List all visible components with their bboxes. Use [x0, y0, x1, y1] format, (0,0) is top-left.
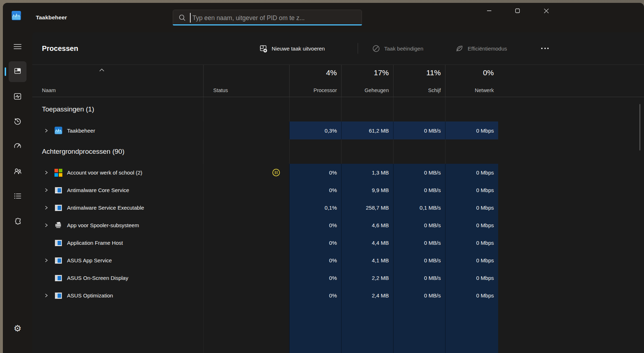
group-label: Toepassingen (1) — [32, 97, 203, 121]
cell-mem: 61,2 MB — [341, 121, 393, 139]
process-row[interactable]: ASUS On-Screen Display0%2,2 MB0 MB/s0 Mb… — [32, 269, 644, 287]
cell-status — [203, 269, 289, 287]
process-name: Taakbeheer — [67, 128, 95, 134]
group-header[interactable]: Achtergrondprocessen (90) — [32, 139, 644, 164]
sort-ascending-icon — [99, 67, 105, 73]
group-cell-status — [203, 139, 289, 164]
cell-disk: 0 MB/s — [393, 234, 445, 252]
cell-net: 0 Mbps — [445, 164, 498, 181]
group-header[interactable]: Toepassingen (1) — [32, 97, 644, 121]
sidebar-item-performance[interactable] — [9, 89, 26, 105]
scrollbar-thumb[interactable] — [639, 104, 641, 151]
cell-name: Antimalware Core Service — [32, 181, 203, 199]
more-options-button[interactable] — [541, 32, 549, 65]
suspended-pause-icon — [272, 169, 280, 176]
cell-cpu: 0% — [289, 164, 341, 181]
column-label-net: Netwerk — [475, 87, 494, 93]
process-name: Antimalware Core Service — [67, 187, 129, 193]
end-task-label: Taak beëindigen — [384, 46, 423, 52]
cell-name: ASUS On-Screen Display — [32, 269, 203, 287]
search-accent-underline — [173, 24, 362, 25]
sidebar-item-app-history[interactable] — [9, 114, 26, 130]
cell-cpu: 0% — [289, 252, 341, 269]
cell-disk: 0 MB/s — [393, 252, 445, 269]
cell-net: 0 Mbps — [445, 181, 498, 199]
sidebar-item-settings[interactable]: ⚙ — [9, 320, 26, 337]
process-row[interactable]: Application Frame Host0%4,4 MB0 MB/s0 Mb… — [32, 234, 644, 252]
expand-chevron-icon[interactable] — [44, 170, 54, 175]
process-row[interactable]: Antimalware Core Service0%9,9 MB0 MB/s0 … — [32, 181, 644, 199]
puzzle-icon — [13, 217, 22, 228]
group-cell-net — [445, 97, 498, 121]
cell-net: 0 Mbps — [445, 234, 498, 252]
run-new-task-button[interactable]: Nieuwe taak uitvoeren — [259, 32, 325, 65]
sidebar-item-startup-apps[interactable] — [9, 139, 26, 155]
column-aggregate-disk: 11% — [393, 68, 445, 77]
efficiency-mode-button[interactable]: Efficiëntiemodus — [455, 32, 507, 65]
column-header-net[interactable]: 0%Netwerk — [445, 65, 498, 97]
cell-cpu: 0% — [289, 216, 341, 234]
sidebar-item-users[interactable] — [9, 164, 26, 180]
cell-net: 0 Mbps — [445, 199, 498, 216]
details-list-icon — [13, 191, 22, 202]
printer-icon — [54, 221, 62, 229]
group-cell-net — [445, 139, 498, 164]
process-row[interactable]: ASUS App Service0%4,1 MB0 MB/s0 Mbps — [32, 252, 644, 269]
cell-net: 0 Mbps — [445, 269, 498, 287]
expand-chevron-icon[interactable] — [44, 293, 54, 298]
cell-status — [203, 121, 289, 139]
cell-disk — [393, 304, 445, 353]
cell-cpu: 0,3% — [289, 121, 341, 139]
expand-chevron-icon[interactable] — [44, 223, 54, 228]
cell-disk: 0 MB/s — [393, 269, 445, 287]
column-aggregate-cpu: 4% — [290, 68, 341, 77]
toolbar-divider — [358, 43, 358, 54]
processes-icon — [13, 66, 22, 77]
cell-mem: 4,1 MB — [341, 252, 393, 269]
process-row[interactable]: Taakbeheer0,3%61,2 MB0 MB/s0 Mbps — [32, 121, 644, 139]
sidebar-item-processes[interactable] — [9, 61, 27, 82]
sidebar-item-services[interactable] — [9, 214, 26, 230]
column-label-cpu: Processor — [314, 87, 337, 93]
cell-name: Application Frame Host — [32, 234, 203, 252]
cell-mem: 9,9 MB — [341, 181, 393, 199]
cell-cpu: 0% — [289, 234, 341, 252]
end-task-button[interactable]: Taak beëindigen — [372, 32, 423, 65]
column-header-name[interactable]: Naam — [32, 65, 203, 97]
cell-status — [203, 287, 289, 304]
column-header-status[interactable]: Status — [203, 65, 289, 97]
gauge-icon — [13, 142, 22, 152]
expand-chevron-icon[interactable] — [44, 205, 54, 210]
cell-net: 0 Mbps — [445, 216, 498, 234]
column-header-disk[interactable]: 11%Schijf — [393, 65, 445, 97]
group-cell-cpu — [289, 97, 341, 121]
minimize-button[interactable] — [481, 3, 497, 19]
column-header-mem[interactable]: 17%Geheugen — [341, 65, 393, 97]
column-header-cpu[interactable]: 4%Processor — [289, 65, 341, 97]
expand-chevron-icon[interactable] — [44, 258, 54, 263]
column-label-mem: Geheugen — [364, 87, 389, 93]
process-row[interactable]: ASUS Optimization0%2,4 MB0 MB/s0 Mbps — [32, 287, 644, 304]
process-row[interactable]: App voor Spooler-subsysteem0%4,6 MB0 MB/… — [32, 216, 644, 234]
sidebar-item-menu[interactable] — [9, 39, 26, 56]
process-table-body: Toepassingen (1) Taakbeheer0,3%61,2 MB0 … — [32, 97, 644, 353]
group-cell-mem — [341, 139, 393, 164]
close-button[interactable] — [538, 3, 554, 19]
expand-chevron-icon[interactable] — [44, 188, 54, 192]
process-name: Application Frame Host — [67, 240, 123, 246]
search-input[interactable] — [192, 10, 358, 26]
cell-status — [203, 252, 289, 269]
process-row[interactable]: Antimalware Service Executable0,1%258,7 … — [32, 199, 644, 216]
page-title: Processen — [42, 32, 78, 65]
sidebar-item-details[interactable] — [9, 189, 26, 205]
taskmanager-app-icon — [11, 11, 21, 20]
maximize-button[interactable] — [509, 3, 526, 19]
expand-chevron-icon[interactable] — [44, 128, 54, 133]
group-cell-cpu — [289, 139, 341, 164]
process-row[interactable]: Account voor werk of school (2)0%1,3 MB0… — [32, 164, 644, 181]
cell-disk: 0 MB/s — [393, 287, 445, 304]
column-aggregate-net: 0% — [445, 68, 498, 77]
cell-disk: 0 MB/s — [393, 164, 445, 181]
table-overflow-region — [32, 304, 644, 353]
group-cell-mem — [341, 97, 393, 121]
